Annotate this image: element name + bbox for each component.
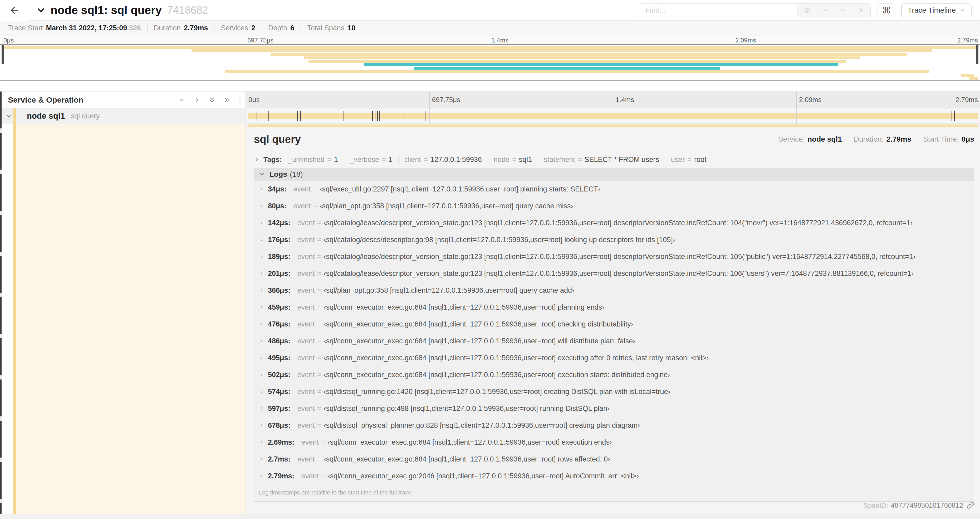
log-event-marker[interactable]	[951, 111, 952, 121]
log-event-marker[interactable]	[285, 111, 285, 121]
tag-key: node	[494, 156, 509, 164]
log-event-marker[interactable]	[368, 111, 368, 121]
log-row[interactable]: 80μs:event=‹sql/plan_opt.go:358 [nsql1,c…	[254, 198, 974, 214]
log-row[interactable]: 476μs:event=‹sql/conn_executor_exec.go:6…	[254, 316, 974, 332]
log-equals: =	[317, 371, 321, 379]
log-expand-chevron[interactable]	[259, 220, 264, 225]
log-field-value: ‹sql/catalog/lease/descriptor_version_st…	[323, 219, 913, 227]
trace-view-dropdown[interactable]: Trace Timeline	[901, 3, 972, 17]
logs-collapse-chevron[interactable]	[259, 171, 265, 177]
log-expand-chevron[interactable]	[259, 254, 264, 259]
trace-minimap[interactable]	[0, 44, 980, 81]
log-equals: =	[317, 286, 321, 295]
log-event-marker[interactable]	[344, 111, 344, 121]
log-timestamp: 366μs:	[268, 286, 291, 295]
collapse-all-icon[interactable]	[208, 96, 216, 104]
log-expand-chevron[interactable]	[259, 389, 264, 394]
log-expand-chevron[interactable]	[259, 440, 264, 445]
expand-all-icon[interactable]	[224, 96, 231, 104]
log-row[interactable]: 366μs:event=‹sql/plan_opt.go:358 [nsql1,…	[254, 282, 974, 299]
log-event-marker[interactable]	[269, 111, 269, 121]
log-event-marker[interactable]	[425, 111, 425, 121]
minimap-span-bar	[304, 56, 860, 59]
log-event-marker[interactable]	[954, 111, 955, 121]
tags-row[interactable]: Tags: _unfinished=1_verbose=1client=127.…	[254, 153, 974, 166]
deep-link-icon[interactable]	[967, 501, 974, 509]
log-row[interactable]: 189μs:event=‹sql/catalog/lease/descripto…	[254, 248, 974, 265]
log-event-marker[interactable]	[297, 111, 298, 121]
log-row[interactable]: 2.7ms:event=‹sql/conn_executor_exec.go:6…	[254, 451, 974, 468]
log-row[interactable]: 597μs:event=‹sql/distsql_running.go:498 …	[254, 400, 974, 417]
log-field-key: event	[298, 404, 315, 413]
log-row[interactable]: 201μs:event=‹sql/catalog/lease/descripto…	[254, 265, 974, 282]
log-expand-chevron[interactable]	[259, 473, 264, 479]
collapse-one-icon[interactable]	[178, 96, 185, 104]
log-row[interactable]: 2.79ms:event=‹sql/conn_executor_exec.go:…	[254, 468, 974, 484]
tag-item[interactable]: statement=SELECT * FROM users	[544, 156, 659, 164]
span-collapse-chevron[interactable]	[6, 113, 12, 119]
find-next-button[interactable]	[837, 4, 850, 17]
find-prev-button[interactable]	[819, 4, 832, 17]
span-row-name-cell[interactable]: node sql1 sql query	[0, 109, 246, 124]
tag-equals: =	[578, 156, 582, 164]
log-event-marker[interactable]	[372, 111, 373, 121]
log-row[interactable]: 495μs:event=‹sql/conn_executor_exec.go:6…	[254, 350, 974, 366]
log-event-marker[interactable]	[375, 111, 375, 121]
ruler-tick-label: 0μs	[2, 37, 14, 44]
log-expand-chevron[interactable]	[259, 237, 264, 242]
log-equals: =	[321, 438, 325, 447]
log-row[interactable]: 574μs:event=‹sql/distsql_running.go:1420…	[254, 383, 974, 400]
meta-label: Start Time:	[923, 135, 959, 144]
log-expand-chevron[interactable]	[259, 203, 264, 209]
log-expand-chevron[interactable]	[259, 372, 264, 377]
log-row[interactable]: 176μs:event=‹sql/catalog/descs/descripto…	[254, 231, 974, 248]
log-row[interactable]: 486μs:event=‹sql/conn_executor_exec.go:6…	[254, 332, 974, 350]
log-expand-chevron[interactable]	[259, 355, 264, 361]
find-input[interactable]	[640, 4, 797, 17]
log-expand-chevron[interactable]	[259, 406, 264, 411]
tag-item[interactable]: client=127.0.0.1:59936	[404, 156, 482, 164]
find-match-focus-button[interactable]	[800, 4, 814, 17]
log-event-marker[interactable]	[300, 111, 301, 121]
keyboard-shortcuts-button[interactable]: ⌘	[878, 3, 896, 17]
log-expand-chevron[interactable]	[259, 187, 264, 192]
log-expand-chevron[interactable]	[259, 339, 264, 343]
log-event-marker[interactable]	[404, 111, 404, 121]
left-edge-scrollbar[interactable]	[0, 91, 2, 514]
minimap-left-scrubber[interactable]	[2, 45, 4, 64]
log-expand-chevron[interactable]	[259, 423, 264, 428]
minimap-right-scrubber[interactable]	[976, 45, 978, 64]
expand-one-icon[interactable]	[193, 96, 200, 104]
back-button[interactable]	[0, 0, 29, 21]
log-row[interactable]: 34μs:event=‹sql/exec_util.go:2297 [nsql1…	[254, 180, 974, 198]
log-row[interactable]: 502μs:event=‹sql/conn_executor_exec.go:6…	[254, 366, 974, 383]
column-resize-grip[interactable]: ∥	[238, 96, 242, 104]
tags-expand-chevron[interactable]	[254, 156, 260, 163]
trace-collapse-chevron[interactable]	[37, 6, 45, 15]
log-event-marker[interactable]	[256, 111, 257, 121]
log-row[interactable]: 678μs:event=‹sql/distsql_physical_planne…	[254, 417, 974, 434]
log-event-marker[interactable]	[294, 111, 294, 121]
log-expand-chevron[interactable]	[259, 321, 264, 327]
log-row[interactable]: 459μs:event=‹sql/conn_executor_exec.go:6…	[254, 299, 974, 316]
find-clear-button[interactable]	[854, 4, 868, 17]
log-row[interactable]: 142μs:event=‹sql/catalog/lease/descripto…	[254, 214, 974, 231]
tag-item[interactable]: _unfinished=1	[288, 156, 338, 164]
log-row[interactable]: 2.69ms:event=‹sql/conn_executor_exec.go:…	[254, 434, 974, 451]
log-field-value: ‹sql/conn_executor_exec.go:684 [nsql1,cl…	[323, 354, 709, 362]
tag-item[interactable]: user=root	[671, 156, 706, 164]
log-event-marker[interactable]	[398, 111, 398, 121]
tag-item[interactable]: node=sql1	[494, 156, 532, 164]
log-event-marker[interactable]	[978, 111, 978, 121]
log-expand-chevron[interactable]	[259, 305, 264, 310]
log-event-marker[interactable]	[379, 111, 380, 121]
stat-value-suffix: .326	[127, 24, 141, 32]
log-event-marker[interactable]	[377, 111, 378, 121]
tag-item[interactable]: _verbose=1	[350, 156, 393, 164]
log-expand-chevron[interactable]	[259, 457, 264, 462]
log-expand-chevron[interactable]	[259, 271, 264, 276]
detail-divider	[254, 150, 974, 150]
log-expand-chevron[interactable]	[259, 288, 264, 293]
logs-header[interactable]: Logs (18)	[254, 168, 974, 180]
span-row[interactable]: node sql1 sql query	[0, 109, 980, 124]
